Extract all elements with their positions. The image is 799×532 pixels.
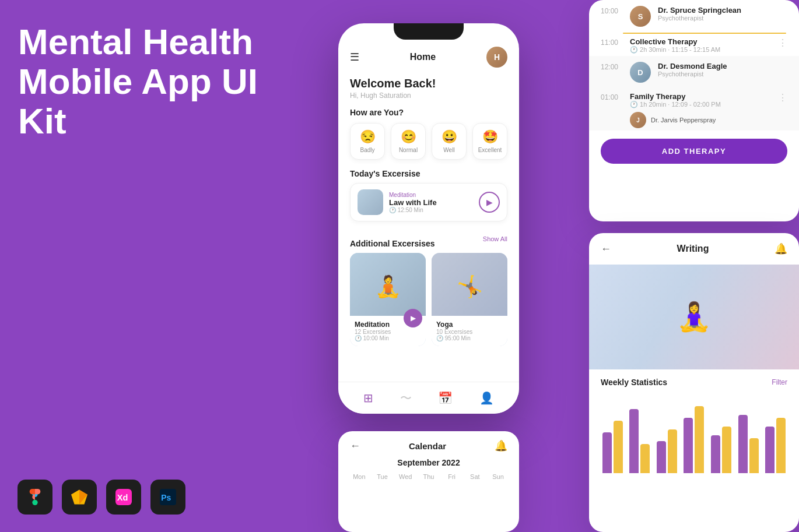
calendar-title: Calendar — [409, 441, 446, 451]
doc-role-spruce: Psychotherapist — [658, 15, 787, 22]
yoga-time: 🕐 95:00 Min — [436, 335, 503, 341]
schedule-item-4: 01:00 Family Therapy 🕐 1h 20min · 12:09 … — [589, 89, 799, 131]
schedule-item-2: 11:00 Collective Therapy 🕐 2h 30min · 11… — [589, 34, 799, 56]
nav-profile-icon[interactable]: 👤 — [479, 391, 494, 405]
family-therapy-doctor: J Dr. Jarvis Pepperspray — [630, 112, 771, 128]
svg-text:Xd: Xd — [117, 493, 128, 502]
additional-header: Additional Excersises Show All — [350, 230, 507, 248]
phone-frame: ☰ Home H Welcome Back! Hi, Hugh Saturati… — [338, 23, 519, 414]
doc-name-spruce: Dr. Spruce Springclean — [658, 6, 787, 15]
cal-day-mon: Mon — [351, 473, 368, 480]
svg-text:Ps: Ps — [161, 493, 171, 502]
more-options-icon-1[interactable]: ⋮ — [778, 37, 787, 48]
play-button[interactable]: ▶ — [479, 192, 500, 213]
exercise-info: Meditation Law with Life 🕐 12:50 Min — [389, 192, 479, 213]
bar-yellow-7 — [776, 418, 786, 473]
bar-group-3 — [657, 429, 677, 473]
bar-group-6 — [738, 415, 759, 473]
cal-day-thu: Thu — [420, 473, 437, 480]
mood-well-label: Well — [434, 147, 464, 153]
writing-image: 🧘‍♀️ — [589, 265, 799, 369]
cal-day-tue: Tue — [374, 473, 391, 480]
family-therapy-name: Family Therapy — [630, 92, 771, 101]
writing-back-icon[interactable]: ← — [601, 243, 611, 255]
meditation-time: 🕐 10:00 Min — [355, 335, 421, 341]
how-are-you: How are You? — [350, 108, 507, 117]
mood-excellent[interactable]: 🤩 Excellent — [472, 123, 507, 160]
phone-screen: ☰ Home H Welcome Back! Hi, Hugh Saturati… — [338, 40, 519, 346]
mood-normal-emoji: 😊 — [394, 129, 423, 145]
schedule-content-3: Dr. Desmond Eagle Psychotherapist — [658, 62, 787, 77]
xd-icon: Xd — [106, 480, 141, 515]
additional-title: Additional Excersises — [350, 239, 435, 248]
nav-calendar-icon[interactable]: 📅 — [438, 391, 453, 405]
bar-yellow-4 — [695, 406, 704, 473]
today-exercise-title: Today's Excersise — [350, 169, 507, 178]
exercise-tag: Meditation — [389, 192, 479, 198]
mood-badly[interactable]: 😒 Badly — [350, 123, 385, 160]
bar-yellow-5 — [722, 427, 731, 473]
mood-well[interactable]: 😀 Well — [432, 123, 467, 160]
hero-title-line1: Mental Health — [18, 22, 253, 62]
mood-row: 😒 Badly 😊 Normal 😀 Well 🤩 Excellent — [350, 123, 507, 160]
mood-excellent-label: Excellent — [475, 147, 504, 153]
bar-purple-1 — [602, 432, 612, 473]
meditation-card[interactable]: 🧘 Meditation 12 Excersises 🕐 10:00 Min ▶ — [350, 253, 426, 346]
calendar-header: ← Calendar 🔔 — [338, 431, 519, 456]
bar-group-2 — [629, 409, 650, 473]
bar-purple-2 — [629, 409, 639, 473]
mood-normal-label: Normal — [394, 147, 423, 153]
family-therapy-detail: 🕐 1h 20min · 12:09 - 02:00 PM — [630, 101, 771, 108]
sketch-icon — [62, 480, 97, 515]
bar-group-5 — [711, 427, 731, 473]
mood-normal[interactable]: 😊 Normal — [391, 123, 426, 160]
mood-excellent-emoji: 🤩 — [475, 129, 504, 145]
doc-avatar-desmond: D — [630, 62, 651, 83]
collective-therapy-detail: 🕐 2h 30min · 11:15 - 12:15 AM — [630, 46, 771, 54]
calendar-bell-icon[interactable]: 🔔 — [495, 439, 507, 452]
yoga-sub: 10 Excersises — [436, 329, 503, 335]
bottom-nav: ⊞ 〜 📅 👤 — [338, 382, 519, 414]
time-1200: 12:00 — [601, 63, 623, 71]
bar-yellow-2 — [640, 444, 650, 473]
yoga-name: Yoga — [436, 320, 503, 329]
writing-panel: ← Writing 🔔 🧘‍♀️ Weekly Statistics Filte… — [589, 233, 799, 532]
nav-home-icon[interactable]: ⊞ — [363, 391, 373, 405]
bar-yellow-3 — [668, 429, 677, 473]
schedule-content-4: Family Therapy 🕐 1h 20min · 12:09 - 02:0… — [630, 92, 771, 128]
meditation-play[interactable]: ▶ — [404, 309, 422, 327]
bar-yellow-6 — [749, 438, 759, 473]
cal-day-wed: Wed — [397, 473, 414, 480]
doc-name-jarvis: Dr. Jarvis Pepperspray — [651, 117, 716, 124]
nav-activity-icon[interactable]: 〜 — [400, 390, 412, 406]
calendar-days: Mon Tue Wed Thu Fri Sat Sun — [338, 470, 519, 480]
cal-day-sat: Sat — [466, 473, 483, 480]
phone-notch — [394, 23, 464, 40]
bar-purple-5 — [711, 435, 720, 473]
hero-title-line2: Mobile App UI Kit — [18, 61, 258, 141]
show-all-link[interactable]: Show All — [483, 235, 507, 242]
doc-name-desmond: Dr. Desmond Eagle — [658, 62, 787, 71]
add-therapy-button[interactable]: ADD THERAPY — [601, 139, 787, 164]
hamburger-icon[interactable]: ☰ — [350, 51, 359, 64]
time-1100: 11:00 — [601, 38, 623, 47]
yoga-card[interactable]: 🤸 Yoga 10 Excersises 🕐 95:00 Min — [432, 253, 507, 346]
doc-avatar-jarvis: J — [630, 112, 646, 128]
calendar-month: September 2022 — [338, 456, 519, 470]
stats-header: Weekly Statistics Filter — [589, 369, 799, 392]
today-exercise-card[interactable]: Meditation Law with Life 🕐 12:50 Min ▶ — [350, 183, 507, 221]
bar-purple-3 — [657, 441, 666, 473]
ps-icon: Ps — [150, 480, 185, 515]
stats-title: Weekly Statistics — [601, 378, 667, 387]
writing-bell-icon[interactable]: 🔔 — [775, 242, 787, 255]
calendar-back-icon[interactable]: ← — [350, 440, 360, 452]
bar-purple-7 — [765, 427, 775, 473]
doc-role-desmond: Psychotherapist — [658, 71, 787, 77]
exercise-time: 🕐 12:50 Min — [389, 207, 479, 213]
more-options-icon-2[interactable]: ⋮ — [778, 92, 787, 103]
phone-home-title: Home — [410, 52, 436, 62]
hero-title: Mental Health Mobile App UI Kit — [18, 22, 263, 142]
exercise-name: Law with Life — [389, 198, 479, 207]
mood-badly-label: Badly — [353, 147, 382, 153]
filter-button[interactable]: Filter — [772, 378, 787, 386]
